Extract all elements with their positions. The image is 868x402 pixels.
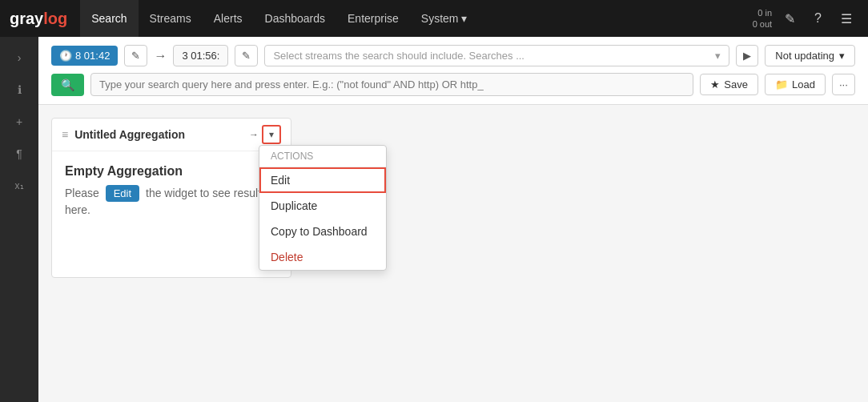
load-label: Load: [792, 78, 815, 90]
sidebar-item-expand[interactable]: ›: [5, 43, 34, 72]
play-button[interactable]: ▶: [736, 45, 758, 66]
edit-nav-icon[interactable]: ✎: [778, 8, 802, 30]
widget: ≡ Untitled Aggregation → ▾ Empty Aggrega…: [51, 118, 291, 278]
clock-icon: 🕐: [59, 50, 72, 62]
searchbar-row1: 🕐 8 01:42 ✎ → 3 01:56: ✎ Select streams …: [51, 45, 855, 66]
search-icon: 🔍: [61, 78, 74, 91]
load-button[interactable]: 📁 Load: [765, 74, 826, 95]
widget-nav-arrow: →: [249, 129, 259, 140]
nav-system[interactable]: System ▾: [410, 0, 479, 37]
more-icon: ···: [839, 78, 848, 90]
nav-dashboards[interactable]: Dashboards: [254, 0, 337, 37]
nav-alerts[interactable]: Alerts: [203, 0, 254, 37]
time-to-display: 3 01:56:: [173, 45, 228, 66]
stream-placeholder: Select streams the search should include…: [273, 50, 524, 62]
star-icon: ★: [710, 78, 720, 90]
sidebar-item-subscript[interactable]: x₁: [5, 171, 34, 200]
widget-header: ≡ Untitled Aggregation → ▾: [52, 119, 291, 151]
widget-title-area: ≡ Untitled Aggregation: [62, 128, 185, 141]
folder-icon: 📁: [775, 78, 788, 90]
pencil-icon2: ✎: [242, 50, 251, 62]
time-range-button[interactable]: 🕐 8 01:42: [51, 46, 118, 66]
sidebar-item-paragraph[interactable]: ¶: [5, 139, 34, 168]
time-to: 3 01:56:: [182, 50, 219, 62]
not-updating-button[interactable]: Not updating ▾: [765, 45, 855, 66]
time-pencil-button1[interactable]: ✎: [124, 45, 147, 66]
top-navigation: graylog Search Streams Alerts Dashboards…: [0, 0, 868, 37]
widget-description: Please Edit the widget to see results he…: [65, 185, 278, 219]
content-area: ≡ Untitled Aggregation → ▾ Empty Aggrega…: [38, 105, 868, 402]
main-content: 🕐 8 01:42 ✎ → 3 01:56: ✎ Select streams …: [38, 37, 868, 402]
in-counter: 0 in: [757, 7, 772, 18]
chevron-down-icon: ▾: [269, 129, 274, 140]
sidebar: › ℹ + ¶ x₁: [0, 37, 38, 402]
save-button[interactable]: ★ Save: [700, 74, 758, 95]
nav-streams[interactable]: Streams: [139, 0, 203, 37]
time-pencil-button2[interactable]: ✎: [235, 45, 258, 66]
time-arrow: →: [154, 49, 167, 63]
dropdown-item-copy-dashboard[interactable]: Copy to Dashboard: [259, 219, 386, 244]
stream-selector[interactable]: Select streams the search should include…: [264, 45, 729, 66]
stream-dropdown-icon: ▾: [715, 50, 721, 62]
please-text: Please: [65, 187, 99, 199]
empty-aggregation-title: Empty Aggregation: [65, 164, 278, 179]
play-icon: ▶: [743, 50, 751, 62]
pencil-icon1: ✎: [131, 50, 140, 62]
user-icon[interactable]: ☰: [834, 8, 858, 30]
widget-body: Empty Aggregation Please Edit the widget…: [52, 151, 291, 231]
nav-enterprise[interactable]: Enterprise: [336, 0, 410, 37]
dropdown-header: Actions: [259, 146, 386, 167]
widget-drag-handle[interactable]: ≡: [62, 128, 68, 141]
time-from: 8 01:42: [75, 50, 110, 62]
save-label: Save: [724, 78, 748, 90]
not-updating-label: Not updating: [775, 50, 834, 62]
searchbar-row2: 🔍 ★ Save 📁 Load ···: [51, 73, 855, 96]
help-icon[interactable]: ?: [808, 8, 828, 29]
sidebar-item-info[interactable]: ℹ: [5, 75, 34, 104]
sidebar-item-add[interactable]: +: [5, 107, 34, 136]
out-counter: 0 out: [753, 18, 772, 30]
dropdown-item-delete[interactable]: Delete: [259, 244, 386, 270]
dropdown-menu: Actions Edit Duplicate Copy to Dashboard…: [259, 145, 387, 271]
searchbar: 🕐 8 01:42 ✎ → 3 01:56: ✎ Select streams …: [38, 37, 868, 105]
edit-inline-button[interactable]: Edit: [106, 185, 139, 202]
dropdown-item-duplicate[interactable]: Duplicate: [259, 193, 386, 219]
nav-right: 0 in 0 out ✎ ? ☰: [753, 7, 858, 30]
widget-dropdown-button[interactable]: ▾: [262, 125, 281, 144]
throughput-counter: 0 in 0 out: [753, 7, 772, 30]
widget-title: Untitled Aggregation: [74, 128, 185, 141]
logo-gray: gray: [10, 10, 43, 28]
more-button[interactable]: ···: [832, 74, 855, 95]
search-input[interactable]: [90, 73, 693, 96]
search-button[interactable]: 🔍: [51, 74, 84, 96]
not-updating-caret: ▾: [839, 50, 845, 62]
nav-search[interactable]: Search: [80, 0, 138, 37]
widget-actions: → ▾: [249, 125, 281, 144]
logo: graylog: [10, 10, 67, 28]
dropdown-item-edit[interactable]: Edit: [259, 167, 386, 193]
logo-log: log: [43, 10, 67, 28]
